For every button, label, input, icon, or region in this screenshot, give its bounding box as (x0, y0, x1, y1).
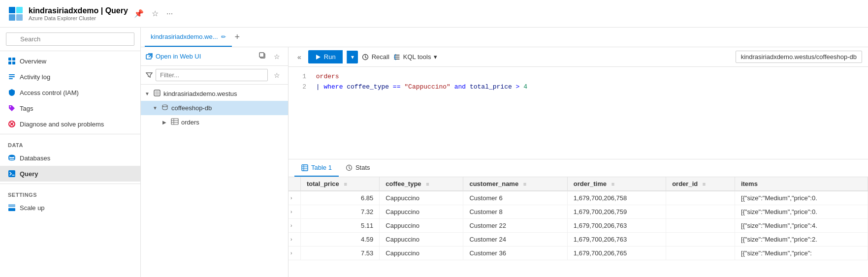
col-menu-order-time[interactable]: ≡ (611, 181, 614, 187)
col-header-items[interactable]: items (735, 177, 868, 191)
data-section-header: Data (0, 136, 140, 150)
settings-section-header: Settings (0, 186, 140, 200)
nav-divider-data (0, 134, 140, 134)
cell-customer-name-3: Customer 24 (463, 233, 567, 246)
tab-edit-icon[interactable]: ✏ (221, 33, 226, 40)
open-web-ui-button[interactable]: Open in Web UI (146, 53, 201, 60)
table-row: › 7.53 Cappuccino Customer 36 1,679,700,… (289, 246, 868, 260)
table-row: › 4.59 Cappuccino Customer 24 1,679,700,… (289, 233, 868, 246)
sidebar-nav: Overview Activity log Access control (IA… (0, 51, 140, 277)
table-row: › 6.85 Cappuccino Customer 6 1,679,700,2… (289, 191, 868, 205)
row-expand-2[interactable]: › (289, 219, 301, 233)
results-table-container: total_price ≡ coffee_type ≡ customer_nam… (289, 177, 868, 277)
svg-rect-5 (12, 58, 15, 61)
cell-order-time-3: 1,679,700,206,763 (567, 233, 666, 246)
sidebar-item-overview[interactable]: Overview (0, 53, 140, 69)
cell-total-price-2: 5.11 (301, 219, 380, 233)
top-header: kindrasiriadxdemo | Query Azure Data Exp… (0, 0, 868, 28)
search-input[interactable] (6, 32, 134, 46)
tree-star-icon[interactable]: ☆ (271, 51, 283, 62)
cell-total-price-0: 6.85 (301, 191, 380, 205)
col-menu-total-price[interactable]: ≡ (344, 181, 347, 187)
cell-items-0: [{"size":"Medium","price":0. (735, 191, 868, 205)
row-expand-3[interactable]: › (289, 233, 301, 246)
row-expand-1[interactable]: › (289, 205, 301, 219)
col-header-total-price[interactable]: total_price ≡ (301, 177, 380, 191)
cell-coffee-type-3: Cappuccino (380, 233, 463, 246)
databases-icon (8, 154, 16, 162)
sidebar-item-databases[interactable]: Databases (0, 150, 140, 166)
cell-total-price-4: 7.53 (301, 246, 380, 260)
cell-items-1: [{"size":"Medium","price":0. (735, 205, 868, 219)
tree-copy-icon[interactable] (256, 51, 269, 62)
code-editor[interactable]: 1 orders 2 | where coffee_type == "Cappu… (289, 67, 868, 159)
svg-rect-27 (171, 119, 178, 124)
kql-tools-dropdown-icon: ▾ (434, 53, 437, 61)
svg-rect-4 (8, 58, 11, 61)
cell-coffee-type-2: Cappuccino (380, 219, 463, 233)
kql-tools-button[interactable]: KQL tools ▾ (393, 53, 438, 61)
col-menu-coffee-type[interactable]: ≡ (426, 181, 429, 187)
tab-1[interactable]: kindrasiriadxdemo.we... ✏ (145, 28, 232, 47)
sidebar-item-diagnose[interactable]: Diagnose and solve problems (0, 116, 140, 132)
cell-total-price-3: 4.59 (301, 233, 380, 246)
diagnose-label: Diagnose and solve problems (20, 121, 104, 128)
database-icon (161, 103, 169, 113)
sidebar-item-access-control[interactable]: Access control (IAM) (0, 85, 140, 100)
editor-toolbar: « Run ▾ Recall KQL tools ▾ (289, 47, 868, 67)
add-tab-button[interactable]: + (232, 32, 243, 42)
cluster-label: kindrasiriadxdemo.westus (163, 90, 237, 97)
row-expand-4[interactable]: › (289, 246, 301, 260)
cell-customer-name-4: Customer 36 (463, 246, 567, 260)
svg-rect-25 (155, 91, 159, 95)
overview-icon (8, 57, 16, 65)
svg-point-15 (9, 155, 15, 157)
svg-rect-6 (8, 62, 11, 64)
editor-panel: « Run ▾ Recall KQL tools ▾ (289, 47, 868, 277)
col-menu-order-id[interactable]: ≡ (703, 181, 706, 187)
more-icon[interactable]: ··· (164, 8, 175, 19)
col-header-customer-name[interactable]: customer_name ≡ (463, 177, 567, 191)
col-header-order-id[interactable]: order_id ≡ (666, 177, 735, 191)
tree-item-orders[interactable]: ▶ orders (141, 115, 288, 129)
cell-order-id-3 (666, 233, 735, 246)
tags-icon (8, 104, 16, 112)
svg-rect-2 (9, 14, 15, 21)
sidebar-search-container (0, 28, 140, 51)
run-dropdown-button[interactable]: ▾ (347, 51, 358, 63)
recall-button[interactable]: Recall (362, 53, 389, 61)
filter-icon (146, 72, 153, 79)
overview-label: Overview (20, 58, 46, 65)
col-header-coffee-type[interactable]: coffee_type ≡ (380, 177, 463, 191)
col-header-order-time[interactable]: order_time ≡ (567, 177, 666, 191)
sidebar-item-query[interactable]: Query (0, 166, 140, 182)
cell-items-2: [{"size":"Medium","price":4. (735, 219, 868, 233)
svg-rect-32 (302, 165, 308, 171)
col-menu-customer-name[interactable]: ≡ (523, 181, 526, 187)
sidebar-item-scale-up[interactable]: Scale up (0, 200, 140, 215)
svg-rect-19 (8, 204, 15, 207)
header-icons: 📌 ☆ ··· (132, 8, 175, 19)
tree-item-cluster[interactable]: ▼ kindrasiriadxdemo.westus (141, 87, 288, 101)
results-tab-table1[interactable]: Table 1 (294, 159, 339, 177)
query-icon (8, 170, 16, 178)
results-tab-stats[interactable]: Stats (339, 159, 377, 177)
table-row: › 7.32 Cappuccino Customer 8 1,679,700,2… (289, 205, 868, 219)
pin-icon[interactable]: 📌 (132, 8, 146, 19)
sidebar-item-tags[interactable]: Tags (0, 100, 140, 116)
code-line-1: orders (316, 73, 339, 80)
sidebar-item-activity-log[interactable]: Activity log (0, 69, 140, 85)
svg-rect-18 (8, 208, 15, 211)
orders-chevron: ▶ (162, 120, 168, 125)
run-button[interactable]: Run (308, 50, 343, 63)
row-expand-0[interactable]: › (289, 191, 301, 205)
svg-rect-10 (9, 78, 13, 79)
cell-customer-name-0: Customer 6 (463, 191, 567, 205)
star-icon[interactable]: ☆ (150, 8, 161, 19)
filter-star-icon[interactable]: ☆ (271, 70, 283, 80)
tree-item-database[interactable]: ▼ coffeeshop-db (141, 101, 288, 115)
filter-bar: ☆ (141, 66, 288, 85)
app-name: kindrasiriadxdemo | Query (29, 6, 128, 15)
collapse-editor-button[interactable]: « (294, 52, 304, 62)
filter-input[interactable] (156, 69, 268, 81)
